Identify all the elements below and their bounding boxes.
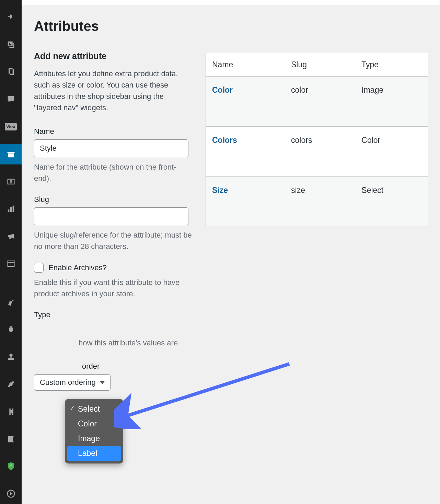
name-input[interactable] [34, 139, 188, 157]
sidebar-item-marketing[interactable] [0, 226, 22, 247]
admin-sidebar: Woo $ [0, 0, 22, 504]
table-row: Color color Image [206, 77, 428, 127]
sidebar-item-analytics[interactable] [0, 198, 22, 219]
sidebar-item-users[interactable] [0, 346, 22, 367]
type-dropdown[interactable]: Select Color Image Label [65, 399, 123, 463]
slug-help: Unique slug/reference for the attribute;… [34, 229, 192, 252]
attr-type: Image [355, 77, 428, 127]
form-heading: Add new attribute [34, 51, 192, 61]
sidebar-item-products[interactable] [0, 144, 22, 164]
page-title: Attributes [34, 19, 192, 34]
dropdown-option-select[interactable]: Select [67, 402, 121, 416]
sidebar-item-pages[interactable] [0, 62, 22, 82]
woo-icon: Woo [5, 123, 17, 130]
name-label: Name [34, 127, 192, 136]
attr-slug: size [285, 177, 355, 227]
sidebar-item-plugins[interactable] [0, 319, 22, 340]
sidebar-item-comments[interactable] [0, 89, 22, 110]
attributes-table: Name Slug Type Color color Image Colors [206, 53, 428, 227]
th-slug[interactable]: Slug [285, 53, 355, 77]
sort-value: Custom ordering [40, 378, 96, 387]
dropdown-option-image[interactable]: Image [67, 431, 121, 446]
sidebar-item-tools[interactable] [0, 374, 22, 394]
attr-slug: colors [285, 127, 355, 177]
sidebar-item-forms[interactable] [0, 253, 22, 274]
sidebar-item-payments[interactable]: $ [0, 171, 22, 192]
svg-text:$: $ [10, 179, 12, 184]
sidebar-item-settings[interactable] [0, 401, 22, 422]
archives-label: Enable Archives? [48, 263, 107, 272]
dropdown-option-color[interactable]: Color [67, 416, 121, 431]
archives-help: Enable this if you want this attribute t… [34, 277, 192, 299]
slug-input[interactable] [34, 207, 188, 225]
slug-label: Slug [34, 195, 192, 204]
type-help: how this attribute's values are [79, 339, 192, 347]
main-content: Attributes Add new attribute Attributes … [22, 0, 440, 504]
sort-label: order [82, 362, 192, 371]
table-row: Colors colors Color [206, 127, 428, 177]
type-label: Type [34, 310, 192, 319]
sidebar-item-appearance[interactable] [0, 292, 22, 312]
sidebar-item-pin[interactable] [0, 7, 22, 27]
dropdown-option-label[interactable]: Label [67, 446, 121, 461]
attr-type: Color [355, 127, 428, 177]
sidebar-item-play[interactable] [0, 483, 22, 504]
enable-archives-checkbox[interactable] [34, 263, 44, 273]
form-description: Attributes let you define extra product … [34, 68, 192, 113]
name-help: Name for the attribute (shown on the fro… [34, 161, 192, 184]
attr-link[interactable]: Colors [212, 136, 237, 145]
table-row: Size size Select [206, 177, 428, 227]
sidebar-item-woocommerce[interactable]: Woo [0, 116, 22, 137]
attr-link[interactable]: Color [212, 85, 233, 94]
sidebar-item-media[interactable] [0, 34, 22, 55]
attr-slug: color [285, 77, 355, 127]
th-type[interactable]: Type [355, 53, 428, 77]
sidebar-item-security[interactable] [0, 456, 22, 477]
sidebar-item-seo[interactable] [0, 429, 22, 449]
attr-type: Select [355, 177, 428, 227]
sort-order-select[interactable]: Custom ordering [34, 374, 111, 391]
attr-link[interactable]: Size [212, 186, 228, 195]
th-name[interactable]: Name [206, 53, 285, 77]
